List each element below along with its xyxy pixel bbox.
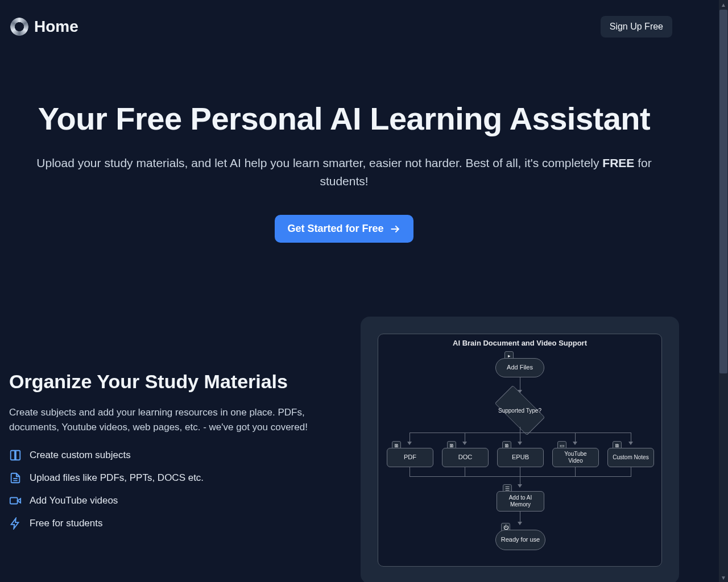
feature-item-subjects: Create custom subjects — [9, 449, 338, 462]
get-started-button[interactable]: Get Started for Free — [275, 215, 413, 243]
diagram-title: AI Brain Document and Video Support — [378, 339, 661, 347]
features-text: Organize Your Study Materials Create sub… — [9, 371, 338, 530]
node-pdf: PDF — [387, 448, 433, 467]
node-label: Add to AI Memory — [502, 494, 539, 508]
scrollbar-track[interactable]: ▲ ▼ — [719, 0, 728, 582]
node-label: Add Files — [507, 364, 533, 371]
node-label: EPUB — [512, 454, 529, 461]
node-doc: DOC — [442, 448, 489, 467]
scrollbar-thumb[interactable] — [719, 10, 727, 373]
video-icon — [9, 494, 22, 507]
cta-label: Get Started for Free — [287, 223, 383, 235]
hero-title: Your Free Personal AI Learning Assistant — [14, 100, 675, 137]
node-add-files: Add Files — [495, 358, 544, 377]
feature-label: Upload files like PDFs, PPTs, DOCS etc. — [30, 472, 204, 484]
scroll-down-icon[interactable]: ▼ — [719, 573, 728, 582]
hero-section: Your Free Personal AI Learning Assistant… — [0, 100, 688, 243]
feature-list: Create custom subjects Upload files like… — [9, 449, 338, 530]
node-label: Ready for use — [501, 536, 540, 543]
node-ready: Ready for use — [495, 530, 545, 550]
node-label: Supported Type? — [498, 408, 541, 414]
node-youtube: YouTube Video — [552, 448, 599, 467]
hero-subtitle: Upload your study materials, and let AI … — [14, 154, 675, 190]
node-label: Custom Notes — [613, 454, 648, 461]
feature-item-free: Free for students — [9, 517, 338, 530]
node-notes: Custom Notes — [607, 448, 654, 467]
signup-button[interactable]: Sign Up Free — [601, 16, 672, 38]
arrow-right-icon — [390, 223, 401, 235]
node-supported-type: Supported Type? — [497, 393, 543, 427]
feature-label: Create custom subjects — [30, 450, 131, 461]
hero-sub-free: FREE — [602, 156, 634, 169]
hero-sub-before: Upload your study materials, and let AI … — [36, 156, 602, 169]
features-description: Create subjects and add your learning re… — [9, 405, 338, 434]
home-link[interactable]: Home — [34, 18, 78, 36]
file-icon — [9, 472, 22, 484]
bolt-icon — [9, 517, 22, 530]
diagram-card: AI Brain Document and Video Support ▸ Ad… — [361, 317, 679, 582]
node-label: DOC — [458, 454, 472, 461]
node-epub: EPUB — [497, 448, 544, 467]
logo-icon — [10, 18, 28, 36]
scroll-up-icon[interactable]: ▲ — [719, 0, 728, 9]
feature-label: Free for students — [30, 518, 103, 529]
node-add-memory: Add to AI Memory — [497, 491, 544, 512]
header: Home Sign Up Free — [0, 0, 682, 38]
svg-rect-3 — [10, 498, 18, 504]
feature-item-youtube: Add YouTube videos — [9, 494, 338, 507]
features-heading: Organize Your Study Materials — [9, 371, 338, 393]
node-label: YouTube Video — [557, 451, 594, 464]
features-section: Organize Your Study Materials Create sub… — [0, 317, 688, 582]
book-icon — [9, 449, 22, 462]
feature-label: Add YouTube videos — [30, 495, 118, 506]
brand[interactable]: Home — [10, 18, 78, 36]
flow-diagram: AI Brain Document and Video Support ▸ Ad… — [378, 334, 662, 567]
node-label: PDF — [404, 454, 416, 461]
feature-item-upload: Upload files like PDFs, PPTs, DOCS etc. — [9, 472, 338, 484]
